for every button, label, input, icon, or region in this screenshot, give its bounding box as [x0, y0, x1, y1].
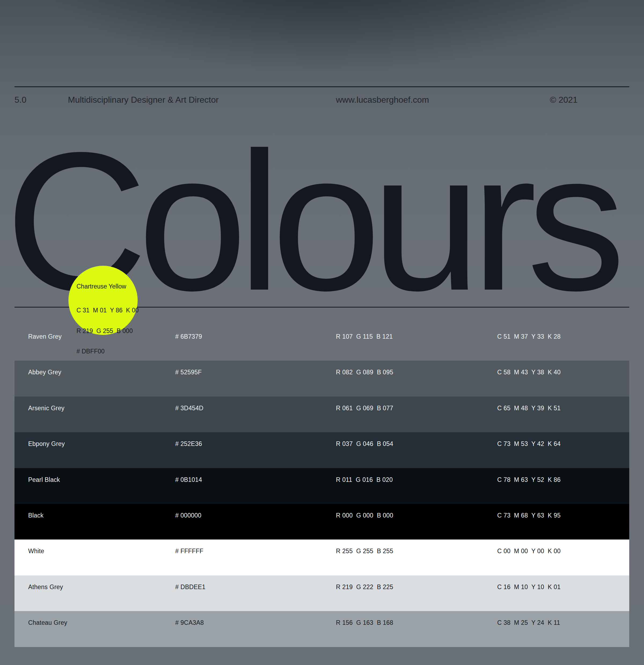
palette-row: Arsenic Grey# 3D454DR 061 G 069 B 077C 6… [15, 397, 629, 432]
palette-hex: # 6B7379 [175, 333, 202, 340]
palette-hex: # DBDEE1 [175, 583, 205, 591]
header-divider-line [15, 86, 629, 87]
palette-hex: # 0B1014 [175, 476, 202, 483]
palette-name: Pearl Black [28, 476, 60, 483]
palette-rgb: R 107 G 115 B 121 [336, 333, 393, 340]
palette-name: White [28, 547, 44, 555]
palette-row: White# FFFFFFR 255 G 255 B 255C 00 M 00 … [15, 539, 629, 575]
palette-rgb: R 011 G 016 B 020 [336, 476, 393, 483]
palette-row: Ebpony Grey# 252E36R 037 G 046 B 054C 73… [15, 432, 629, 468]
colour-palette-table: Raven Grey# 6B7379R 107 G 115 B 121C 51 … [15, 325, 629, 647]
palette-rgb: R 219 G 222 B 225 [336, 583, 393, 591]
page-header: 5.0 Multidisciplinary Designer & Art Dir… [15, 94, 629, 105]
palette-name: Raven Grey [28, 333, 62, 340]
swatch-cmyk: C 31 M 01 Y 86 K 00 [76, 307, 137, 314]
palette-name: Black [28, 512, 43, 519]
palette-cmyk: C 58 M 43 Y 38 K 40 [497, 368, 560, 376]
palette-rgb: R 000 G 000 B 000 [336, 512, 393, 519]
palette-rgb: R 061 G 069 B 077 [336, 404, 393, 412]
swatch-name: Chartreuse Yellow [76, 283, 137, 290]
palette-cmyk: C 65 M 48 Y 39 K 51 [497, 404, 560, 412]
palette-name: Abbey Grey [28, 368, 61, 376]
swatch-values: C 31 M 01 Y 86 K 00 R 219 G 255 B 000 # … [76, 293, 137, 369]
website-link[interactable]: www.lucasberghoef.com [336, 94, 429, 105]
palette-hex: # 52595F [175, 368, 202, 376]
palette-hex: # 9CA3A8 [175, 619, 204, 626]
palette-cmyk: C 78 M 63 Y 52 K 86 [497, 476, 560, 483]
palette-rgb: R 156 G 163 B 168 [336, 619, 393, 626]
palette-cmyk: C 00 M 00 Y 00 K 00 [497, 547, 560, 555]
palette-row: Athens Grey# DBDEE1R 219 G 222 B 225C 16… [15, 575, 629, 611]
palette-name: Chateau Grey [28, 619, 67, 626]
palette-hex: # 000000 [175, 512, 202, 519]
palette-name: Ebpony Grey [28, 440, 65, 448]
palette-cmyk: C 73 M 53 Y 42 K 64 [497, 440, 560, 448]
swatch-hex: # DBFF00 [76, 348, 137, 355]
palette-cmyk: C 73 M 68 Y 63 K 95 [497, 512, 560, 519]
palette-row: Chateau Grey# 9CA3A8R 156 G 163 B 168C 3… [15, 611, 629, 647]
palette-name: Arsenic Grey [28, 404, 65, 412]
palette-cmyk: C 16 M 10 Y 10 K 01 [497, 583, 560, 591]
palette-rgb: R 082 G 089 B 095 [336, 368, 393, 376]
palette-row: Black# 000000R 000 G 000 B 000C 73 M 68 … [15, 504, 629, 539]
copyright-label: © 2021 [550, 94, 578, 105]
designer-role-label: Multidisciplinary Designer & Art Directo… [68, 94, 219, 105]
palette-rgb: R 037 G 046 B 054 [336, 440, 393, 448]
palette-row: Pearl Black# 0B1014R 011 G 016 B 020C 78… [15, 468, 629, 504]
palette-hex: # 3D454D [175, 404, 203, 412]
chartreuse-yellow-swatch-circle: Chartreuse Yellow C 31 M 01 Y 86 K 00 R … [69, 266, 137, 335]
page-index: 5.0 [15, 94, 26, 105]
palette-rgb: R 255 G 255 B 255 [336, 547, 393, 555]
palette-cmyk: C 38 M 25 Y 24 K 11 [497, 619, 560, 626]
palette-hex: # 252E36 [175, 440, 202, 448]
palette-name: Athens Grey [28, 583, 63, 591]
swatch-rgb: R 219 G 255 B 000 [76, 328, 137, 335]
palette-cmyk: C 51 M 37 Y 33 K 28 [497, 333, 560, 340]
palette-hex: # FFFFFF [175, 547, 203, 555]
